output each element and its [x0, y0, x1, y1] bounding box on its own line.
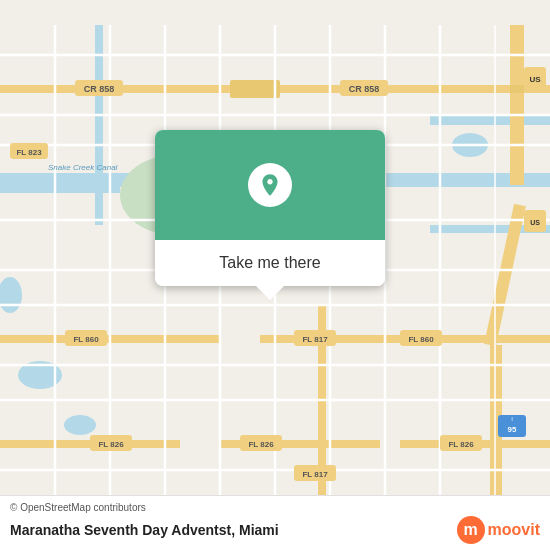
attribution-text: © OpenStreetMap contributors — [10, 502, 540, 513]
svg-text:US: US — [530, 219, 540, 226]
svg-rect-15 — [510, 85, 524, 93]
svg-text:95: 95 — [508, 425, 517, 434]
svg-text:FL 826: FL 826 — [448, 440, 474, 449]
take-me-there-button[interactable]: Take me there — [155, 240, 385, 286]
popup-card: Take me there — [155, 130, 385, 286]
svg-text:FL 817: FL 817 — [302, 335, 328, 344]
location-name: Maranatha Seventh Day Adventst, Miami — [10, 522, 279, 538]
svg-text:FL 817: FL 817 — [302, 470, 328, 479]
bottom-bar: © OpenStreetMap contributors Maranatha S… — [0, 495, 550, 550]
svg-text:FL 823: FL 823 — [16, 148, 42, 157]
svg-text:FL 860: FL 860 — [408, 335, 434, 344]
svg-text:FL 826: FL 826 — [248, 440, 274, 449]
svg-text:CR 858: CR 858 — [349, 84, 380, 94]
svg-point-7 — [64, 415, 96, 435]
svg-text:FL 826: FL 826 — [98, 440, 124, 449]
moovit-logo: m moovit — [457, 516, 540, 544]
moovit-m-icon: m — [457, 516, 485, 544]
location-pin — [248, 163, 292, 207]
map-container: CR 858 CR 858 US FL 823 Snake Creek Cana… — [0, 0, 550, 550]
svg-rect-13 — [230, 80, 280, 98]
popup-map-area — [155, 130, 385, 240]
moovit-text: moovit — [488, 521, 540, 539]
svg-text:US: US — [529, 75, 541, 84]
location-info: Maranatha Seventh Day Adventst, Miami m … — [10, 516, 540, 544]
svg-rect-14 — [510, 25, 524, 185]
svg-rect-12 — [280, 85, 550, 93]
svg-rect-4 — [430, 115, 550, 125]
svg-text:Snake Creek Canal: Snake Creek Canal — [48, 163, 118, 172]
svg-text:CR 858: CR 858 — [84, 84, 115, 94]
svg-text:FL 860: FL 860 — [73, 335, 99, 344]
